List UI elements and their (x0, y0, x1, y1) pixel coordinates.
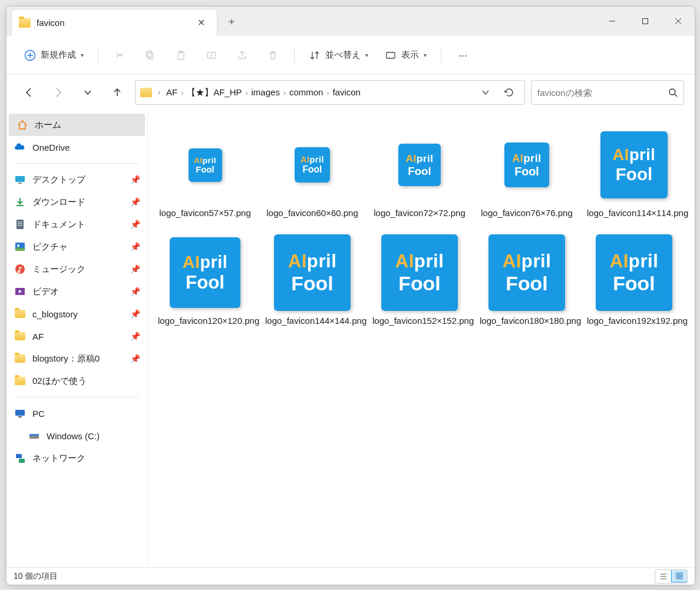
svg-text:A: A (210, 53, 213, 58)
thumbnail: AIpril Fool (596, 234, 672, 311)
sidebar-item-ピクチャ[interactable]: ピクチャ📌 (6, 236, 147, 258)
content-area[interactable]: AIpril Fool logo_favicon57×57.png AIpril… (148, 110, 695, 567)
thumbnail-view-button[interactable] (671, 569, 688, 582)
breadcrumb-segment[interactable]: 【★】AF_HP (183, 87, 245, 97)
breadcrumb-segment[interactable]: common (286, 87, 327, 97)
item-count: 10 個の項目 (14, 571, 58, 582)
svg-rect-8 (147, 51, 152, 57)
search-icon[interactable] (668, 88, 678, 97)
svg-rect-36 (680, 573, 682, 575)
file-name: logo_favicon152×152.png (372, 314, 467, 327)
sidebar-item-drive-c[interactable]: Windows (C:) (6, 425, 147, 447)
search-input[interactable] (537, 88, 668, 98)
svg-rect-31 (19, 459, 25, 463)
file-name: logo_favicon192x192.png (587, 314, 681, 327)
sidebar-item-デスクトップ[interactable]: デスクトップ📌 (6, 168, 147, 191)
sidebar-item-ドキュメント[interactable]: ドキュメント📌 (6, 213, 147, 236)
sidebar-item-c_blogstory[interactable]: c_blogstory📌 (6, 303, 147, 325)
paste-button[interactable] (167, 44, 195, 67)
sidebar: ホーム OneDrive デスクトップ📌ダウンロード📌ドキュメント📌ピクチャ📌ミ… (6, 110, 148, 567)
svg-rect-26 (15, 410, 25, 416)
forward-button[interactable] (47, 81, 70, 104)
file-item[interactable]: AIpril Fool logo_favicon114×114.png (580, 122, 688, 224)
tab-title: favicon (37, 18, 187, 28)
sidebar-label: ダウンロード (32, 197, 85, 208)
breadcrumb[interactable]: › AF›【★】AF_HP›images›common›favicon (135, 80, 525, 105)
file-name: logo_favicon72×72.png (374, 207, 465, 219)
pin-icon: 📌 (130, 197, 140, 207)
thumbnail: AIpril Fool (170, 234, 240, 311)
file-item[interactable]: AIpril Fool logo_favicon72×72.png (366, 122, 473, 224)
file-item[interactable]: AIpril Fool logo_favicon152×152.png (366, 230, 473, 332)
sidebar-item-ビデオ[interactable]: ビデオ📌 (6, 280, 147, 303)
sidebar-item-ミュージック[interactable]: ミュージック📌 (6, 258, 147, 280)
sidebar-label: ミュージック (32, 264, 85, 275)
svg-rect-13 (387, 52, 395, 58)
sort-icon (309, 49, 321, 61)
tab-current[interactable]: favicon ✕ (11, 9, 217, 36)
file-name: logo_favicon144×144.png (265, 314, 359, 327)
sidebar-item-02ほかで使う[interactable]: 02ほかで使う (6, 370, 147, 392)
sidebar-label: 02ほかで使う (32, 376, 87, 387)
file-item[interactable]: AIpril Fool logo_favicon180×180.png (473, 230, 580, 332)
search-box[interactable] (531, 80, 684, 105)
sidebar-item-AF[interactable]: AF📌 (6, 325, 147, 347)
video-icon (14, 285, 27, 298)
sidebar-label: AF (32, 332, 44, 342)
copy-button[interactable] (136, 44, 164, 67)
new-label: 新規作成 (41, 49, 76, 61)
sidebar-item-home[interactable]: ホーム (9, 114, 145, 136)
history-dropdown-button[interactable] (475, 82, 496, 103)
sidebar-item-network[interactable]: ネットワーク (6, 447, 147, 469)
share-button[interactable] (228, 44, 256, 67)
view-button[interactable]: 表示 ▾ (378, 44, 434, 67)
thumbnail: AIpril Fool (488, 234, 565, 311)
cut-button[interactable]: ✂ (105, 44, 134, 67)
breadcrumb-segment[interactable]: AF (163, 87, 181, 97)
sidebar-item-onedrive[interactable]: OneDrive (6, 136, 147, 158)
refresh-button[interactable] (498, 82, 520, 103)
up-button[interactable] (105, 81, 129, 104)
file-grid: AIpril Fool logo_favicon57×57.png AIpril… (151, 122, 691, 332)
close-button[interactable] (662, 6, 695, 36)
breadcrumb-segment[interactable]: favicon (329, 87, 364, 97)
sidebar-label: Windows (C:) (47, 431, 100, 441)
copy-icon (144, 49, 156, 61)
thumbnail: AIpril Fool (398, 127, 441, 203)
file-item[interactable]: AIpril Fool logo_favicon120×120.png (151, 230, 259, 332)
view-icon (385, 49, 397, 61)
share-icon (236, 49, 248, 61)
plus-circle-icon (24, 49, 36, 61)
svg-rect-38 (680, 576, 682, 579)
more-button[interactable]: ⋯ (448, 44, 477, 67)
pin-icon: 📌 (130, 332, 140, 341)
sidebar-item-blogstory：原稿0[interactable]: blogstory：原稿0📌 (6, 347, 147, 370)
rename-button[interactable]: A (197, 44, 226, 67)
maximize-button[interactable] (629, 6, 662, 36)
file-item[interactable]: AIpril Fool logo_favicon192x192.png (580, 230, 688, 332)
file-item[interactable]: AIpril Fool logo_favicon76×76.png (473, 122, 580, 224)
file-item[interactable]: AIpril Fool logo_favicon57×57.png (151, 122, 259, 224)
delete-button[interactable] (259, 44, 287, 67)
sort-button[interactable]: 並べ替え ▾ (302, 44, 375, 67)
svg-rect-16 (15, 176, 25, 182)
file-item[interactable]: AIpril Fool logo_favicon144×144.png (259, 230, 366, 332)
minimize-button[interactable] (596, 6, 629, 36)
file-item[interactable]: AIpril Fool logo_favicon60×60.png (259, 122, 366, 224)
file-name: logo_favicon180×180.png (480, 314, 574, 327)
new-tab-button[interactable]: ＋ (217, 6, 246, 36)
back-button[interactable] (17, 81, 41, 104)
breadcrumb-segment[interactable]: images (248, 87, 283, 97)
folder-icon (14, 374, 27, 387)
thumbnail: AIpril Fool (295, 127, 330, 203)
music-icon (14, 263, 27, 276)
sidebar-label: ネットワーク (32, 453, 85, 464)
recent-button[interactable] (76, 81, 100, 104)
new-button[interactable]: 新規作成 ▾ (17, 44, 91, 67)
sidebar-item-pc[interactable]: PC (6, 402, 147, 425)
svg-rect-7 (148, 53, 153, 59)
sidebar-item-ダウンロード[interactable]: ダウンロード📌 (6, 191, 147, 213)
details-view-button[interactable] (655, 570, 672, 583)
close-icon[interactable]: ✕ (193, 15, 210, 31)
svg-rect-17 (18, 183, 22, 184)
